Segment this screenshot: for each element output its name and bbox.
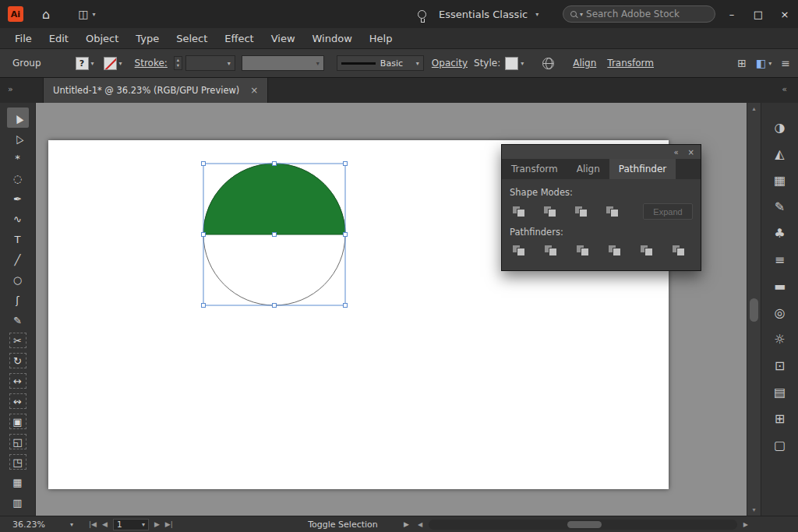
unite-icon[interactable] — [510, 204, 528, 220]
selection-handle[interactable] — [202, 233, 206, 237]
selection-handle[interactable] — [273, 233, 277, 237]
scroll-right-icon[interactable]: ▶ — [743, 521, 748, 528]
adobe-stock-search[interactable]: ▾ — [563, 5, 715, 23]
document-close-icon[interactable]: × — [250, 85, 258, 96]
workspace-switcher[interactable]: Essentials Classic ▾ — [439, 9, 538, 20]
line-segment-tool[interactable]: ╱ — [7, 249, 29, 270]
swatches-icon[interactable]: ▦ — [761, 167, 798, 193]
last-artboard-icon[interactable]: ▶| — [165, 520, 173, 528]
scissors-tool[interactable]: ✂ — [7, 330, 29, 351]
selection-handle[interactable] — [273, 162, 277, 166]
status-flyout-icon[interactable]: ▶ — [404, 520, 409, 528]
shaper-tool[interactable]: ✎ — [7, 310, 29, 330]
panel-collapse-icon[interactable]: « — [673, 148, 678, 157]
menu-item[interactable]: Select — [168, 28, 216, 48]
merge-icon[interactable] — [574, 243, 592, 259]
minimize-button[interactable]: – — [719, 0, 745, 28]
panel-menu-icon[interactable]: ≡ — [781, 57, 790, 69]
selection-handle[interactable] — [202, 304, 206, 308]
maximize-button[interactable]: □ — [745, 0, 772, 28]
vertical-scrollbar[interactable]: ▴ ▾ — [747, 103, 761, 516]
selection-handle[interactable] — [273, 304, 277, 308]
artboards-icon[interactable]: ⊞ — [761, 405, 798, 432]
align-link[interactable]: Align — [573, 58, 596, 69]
minus-front-icon[interactable] — [541, 204, 560, 220]
menu-item[interactable]: Window — [304, 28, 361, 48]
stroke-link[interactable]: Stroke: — [135, 58, 168, 69]
graphic-style-control[interactable]: ▾ — [505, 57, 524, 70]
ellipse-tool[interactable]: ○ — [7, 270, 29, 290]
free-transform-tool[interactable]: ▣ — [7, 411, 29, 432]
brush-definition-combo[interactable]: Basic ▾ — [337, 55, 424, 71]
paintbrush-tool[interactable]: ʃ — [7, 290, 29, 310]
graphic-styles-icon[interactable]: ⊡ — [761, 352, 798, 379]
search-input[interactable] — [586, 9, 690, 19]
brushes-icon[interactable]: ✎ — [761, 193, 798, 220]
transparency-icon[interactable]: ◎ — [761, 299, 798, 326]
document-tab[interactable]: Untitled-1* @ 36.23% (RGB/GPU Preview) × — [43, 78, 268, 103]
scroll-down-icon[interactable]: ▾ — [747, 506, 761, 513]
artboard-number-control[interactable]: ▾ — [113, 519, 149, 530]
intersect-icon[interactable] — [572, 204, 591, 220]
close-button[interactable]: × — [772, 0, 798, 28]
horizontal-scroll-thumb[interactable] — [567, 521, 602, 528]
home-icon[interactable]: ⌂ — [42, 7, 50, 22]
width-tool[interactable]: ↭ — [7, 391, 29, 411]
menu-item[interactable]: File — [6, 28, 41, 48]
grid-options-icon[interactable]: ⊞ — [737, 57, 747, 69]
color-panel-icon[interactable]: ◑ — [761, 114, 798, 140]
vertical-scroll-thumb[interactable] — [750, 298, 758, 322]
transform-link[interactable]: Transform — [607, 58, 654, 69]
arrange-documents-button[interactable]: ◫ ▾ — [78, 8, 95, 20]
type-tool[interactable]: T — [7, 229, 29, 249]
horizontal-scrollbar[interactable] — [429, 520, 737, 530]
minus-back-icon[interactable] — [669, 243, 688, 259]
pen-tool[interactable]: ✒ — [7, 188, 29, 209]
symbols-icon[interactable]: ♣ — [761, 220, 798, 246]
rotate-tool[interactable]: ↻ — [7, 351, 29, 371]
appearance-icon[interactable]: ☼ — [761, 326, 798, 352]
menu-item[interactable]: Type — [127, 28, 168, 48]
menu-item[interactable]: View — [263, 28, 304, 48]
stroke-panel-icon[interactable]: ≡ — [761, 246, 798, 273]
selection-handle[interactable] — [202, 162, 206, 166]
dock-arrange-control[interactable]: ◧ ▾ — [756, 57, 772, 69]
selection-handle[interactable] — [344, 304, 348, 308]
scroll-up-icon[interactable]: ▴ — [747, 105, 761, 112]
exclude-icon[interactable] — [603, 204, 622, 220]
tab-align[interactable]: Align — [567, 159, 609, 179]
expand-button[interactable]: Expand — [643, 203, 693, 220]
trim-icon[interactable] — [542, 243, 560, 259]
artboard-number-input[interactable] — [117, 520, 137, 529]
tab-transform[interactable]: Transform — [502, 159, 567, 179]
selection-tool[interactable]: ▲ — [7, 107, 29, 128]
asset-export-icon[interactable]: ▢ — [761, 432, 798, 458]
color-guide-icon[interactable]: ◭ — [761, 140, 798, 167]
panel-close-icon[interactable]: × — [688, 148, 694, 157]
menu-item[interactable]: Help — [361, 28, 401, 48]
perspective-grid-tool[interactable]: ◳ — [7, 452, 29, 472]
menu-item[interactable]: Effect — [216, 28, 262, 48]
discover-lightbulb-icon[interactable] — [418, 10, 426, 19]
toolbar-expand-icon[interactable]: » — [8, 84, 13, 94]
direct-selection-tool[interactable]: △ — [7, 128, 29, 148]
zoom-control[interactable]: 36.23% ▾ — [9, 520, 76, 530]
outline-icon[interactable] — [637, 243, 656, 259]
stroke-weight-combo[interactable]: ▾ — [185, 55, 235, 71]
magic-wand-tool[interactable]: * — [7, 148, 29, 168]
selection-handle[interactable] — [344, 162, 348, 166]
menu-item[interactable]: Object — [77, 28, 127, 48]
gradient-tool[interactable]: ▥ — [7, 492, 29, 513]
recolor-artwork-icon[interactable] — [542, 58, 554, 69]
lasso-tool[interactable]: ◌ — [7, 168, 29, 188]
curvature-tool[interactable]: ∿ — [7, 209, 29, 229]
first-artboard-icon[interactable]: |◀ — [89, 520, 97, 528]
menu-item[interactable]: Edit — [41, 28, 77, 48]
tab-pathfinder[interactable]: Pathfinder — [609, 159, 676, 179]
dock-collapse-icon[interactable]: « — [782, 84, 787, 94]
shape-builder-tool[interactable]: ◱ — [7, 432, 29, 452]
selection-handle[interactable] — [344, 233, 348, 237]
scale-tool[interactable]: ↔ — [7, 371, 29, 391]
fill-color-control[interactable]: ? ▾ — [76, 57, 94, 70]
next-artboard-icon[interactable]: ▶ — [154, 520, 160, 528]
